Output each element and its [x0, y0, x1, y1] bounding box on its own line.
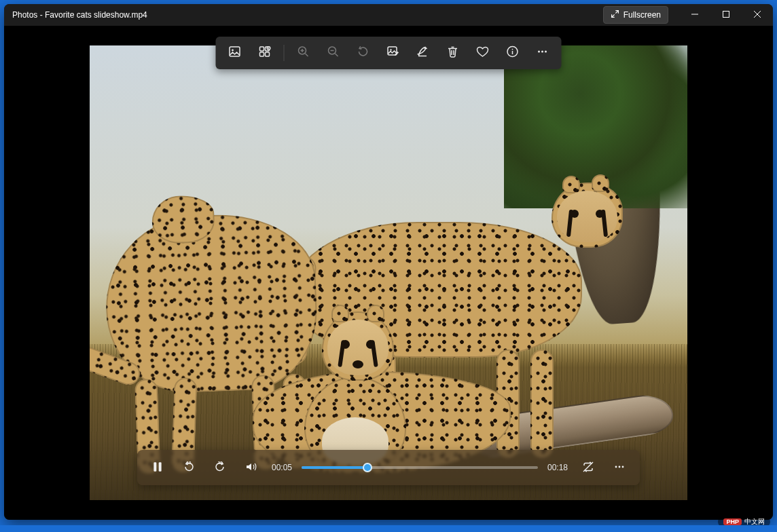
- app-name: Photos: [12, 10, 37, 20]
- elapsed-time: 00:05: [272, 463, 292, 472]
- maximize-button[interactable]: [710, 4, 742, 26]
- svg-rect-1: [723, 11, 729, 17]
- svg-point-11: [232, 50, 234, 52]
- maximize-icon: [722, 10, 730, 20]
- more-button[interactable]: [529, 39, 556, 66]
- window-controls: [679, 4, 773, 26]
- edit-image-button[interactable]: [380, 39, 407, 66]
- info-button[interactable]: [499, 39, 526, 66]
- more-horizontal-icon: [613, 461, 626, 475]
- rotate-button: [350, 39, 377, 66]
- svg-point-9: [622, 466, 624, 468]
- loop-button[interactable]: [577, 457, 599, 478]
- minimize-button[interactable]: [679, 4, 710, 26]
- delete-icon: [446, 45, 460, 61]
- minimize-icon: [691, 10, 699, 20]
- svg-point-31: [538, 51, 540, 53]
- fullscreen-icon: [611, 10, 619, 20]
- volume-button[interactable]: [240, 457, 262, 478]
- markup-button[interactable]: [410, 39, 437, 66]
- fullscreen-label: Fullscreen: [624, 10, 661, 20]
- favorite-button[interactable]: [469, 39, 496, 66]
- edit-image-icon: [386, 45, 400, 61]
- skip-forward-button[interactable]: 30: [209, 457, 231, 478]
- volume-icon: [245, 461, 257, 475]
- app-window: Photos - Favorite cats slideshow.mp4 Ful…: [4, 4, 773, 520]
- watermark-brand: PHP: [723, 518, 742, 525]
- filmstrip-button[interactable]: [251, 39, 278, 66]
- svg-line-22: [336, 54, 338, 56]
- play-pause-button[interactable]: [147, 457, 168, 478]
- svg-point-8: [619, 466, 621, 468]
- file-name: Favorite cats slideshow.mp4: [45, 10, 147, 20]
- svg-rect-12: [260, 47, 264, 51]
- taskbar-strip: [0, 525, 777, 532]
- viewer-area: 10 30 00:05 00:18: [4, 26, 773, 520]
- video-frame[interactable]: 10 30 00:05 00:18: [90, 45, 687, 500]
- skip-back-button[interactable]: 10: [178, 457, 200, 478]
- info-icon: [506, 45, 520, 61]
- seek-slider[interactable]: [302, 461, 538, 474]
- gallery-view-button[interactable]: [221, 39, 249, 66]
- zoom-in-button: [290, 39, 317, 66]
- playback-bar: 10 30 00:05 00:18: [137, 450, 640, 485]
- total-duration: 00:18: [547, 463, 568, 472]
- svg-rect-5: [159, 462, 162, 472]
- heart-icon: [476, 45, 490, 61]
- delete-button[interactable]: [439, 39, 467, 66]
- gallery-view-icon: [228, 45, 242, 61]
- zoom-in-icon: [297, 45, 310, 61]
- skip-back-seconds: 10: [178, 461, 200, 465]
- svg-rect-15: [266, 52, 270, 56]
- zoom-out-icon: [327, 45, 340, 61]
- loop-off-icon: [582, 461, 594, 475]
- viewer-toolbar: [216, 37, 562, 69]
- titlebar[interactable]: Photos - Favorite cats slideshow.mp4 Ful…: [4, 4, 773, 26]
- close-icon: [753, 10, 761, 20]
- svg-point-32: [541, 51, 543, 53]
- svg-point-25: [390, 49, 391, 50]
- more-icon: [536, 45, 549, 61]
- skip-fwd-seconds: 30: [209, 461, 231, 465]
- filmstrip-icon: [258, 45, 272, 61]
- markup-icon: [416, 45, 430, 61]
- svg-point-29: [512, 49, 513, 50]
- toolbar-separator: [284, 45, 285, 61]
- svg-rect-24: [388, 47, 397, 55]
- close-button[interactable]: [742, 4, 773, 26]
- pause-icon: [151, 461, 164, 475]
- svg-line-18: [306, 54, 308, 56]
- svg-rect-4: [153, 462, 156, 472]
- window-title: Photos - Favorite cats slideshow.mp4: [12, 10, 147, 20]
- svg-point-7: [615, 466, 617, 468]
- svg-point-33: [545, 51, 547, 53]
- svg-rect-14: [260, 52, 264, 56]
- fullscreen-button[interactable]: Fullscreen: [603, 6, 668, 24]
- rotate-icon: [357, 45, 370, 61]
- zoom-out-button: [320, 39, 347, 66]
- playbar-more-button[interactable]: [609, 457, 630, 478]
